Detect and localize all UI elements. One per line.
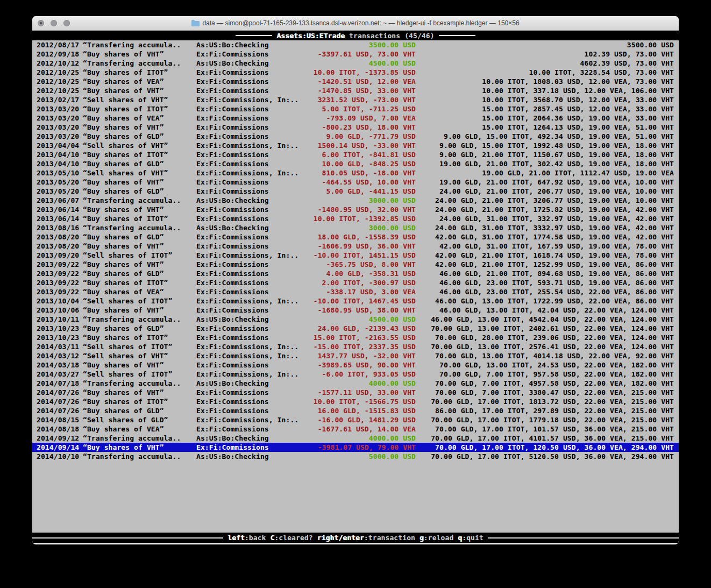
table-row[interactable]: 2013/10/23“Buy shares of GLD”Ex:Fi:Commi… [32, 324, 679, 333]
footer-rule-right [488, 537, 679, 539]
register-change: 5.00 ITOT, -711.25 USD [322, 104, 416, 114]
register-balance: 24.00 GLD, 21.00 ITOT, 206.77 USD, 19.00… [439, 187, 674, 196]
table-row[interactable]: 2014/07/26“Buy shares of GLD”Ex:Fi:Commi… [32, 406, 679, 415]
register-change: 4500.00 USD [369, 59, 416, 68]
register-description: “Buy shares of VHT” [83, 49, 164, 59]
table-row[interactable]: 2013/06/14“Buy shares of VHT”Ex:Fi:Commi… [32, 205, 679, 214]
register-description: “Buy shares of GLD” [83, 232, 164, 242]
register-account: Ex:Fi:Commissions, In:.. [196, 351, 298, 360]
table-row[interactable]: 2013/08/20“Buy shares of GLD”Ex:Fi:Commi… [32, 232, 679, 242]
table-row[interactable]: 2014/09/12“Transfering accumula..As:US:B… [32, 434, 679, 443]
register-date: 2013/08/16 [37, 223, 79, 232]
table-row[interactable]: 2014/03/11“Sell shares of ITOT”Ex:Fi:Com… [32, 342, 679, 351]
zoom-button[interactable] [63, 20, 70, 26]
table-row[interactable]: 2013/08/16“Transfering accumula..As:US:B… [32, 223, 679, 232]
register-account: Ex:Fi:Commissions [196, 424, 269, 434]
table-row[interactable]: 2013/05/10“Sell shares of VHT”Ex:Fi:Comm… [32, 168, 679, 178]
table-row[interactable]: 2013/09/22“Buy shares of GLD”Ex:Fi:Commi… [32, 269, 679, 278]
table-row[interactable]: 2014/03/27“Sell shares of ITOT”Ex:Fi:Com… [32, 370, 679, 379]
register-account: Ex:Fi:Commissions, In:.. [196, 415, 298, 424]
table-row[interactable]: 2013/04/10“Buy shares of GLD”Ex:Fi:Commi… [32, 159, 679, 168]
table-row[interactable]: 2013/04/04“Sell shares of VHT”Ex:Fi:Comm… [32, 141, 679, 150]
register-balance: 42.00 GLD, 21.00 ITOT, 1618.74 USD, 19.0… [435, 251, 674, 260]
table-row[interactable]: 2013/03/20“Buy shares of VHT”Ex:Fi:Commi… [32, 123, 679, 132]
register-description: “Buy shares of ITOT” [83, 397, 168, 406]
register-balance: 70.00 GLD, 17.00 ITOT, 120.50 USD, 36.00… [435, 443, 674, 452]
table-row[interactable]: 2014/08/18“Buy shares of VEA”Ex:Fi:Commi… [32, 424, 679, 434]
table-row[interactable]: 2014/03/12“Sell shares of VHT”Ex:Fi:Comm… [32, 351, 679, 360]
register-change: 6.00 ITOT, -841.81 USD [322, 150, 416, 159]
register-change: -800.23 USD, 18.00 VHT [322, 123, 416, 132]
register-date: 2013/09/22 [37, 269, 79, 278]
register-date: 2014/07/18 [37, 379, 79, 388]
register-account: As:US:Bo:Checking [196, 196, 269, 205]
table-row[interactable]: 2014/09/14“Buy shares of VHT”Ex:Fi:Commi… [32, 443, 679, 452]
table-row[interactable]: 2013/09/22“Buy shares of ITOT”Ex:Fi:Comm… [32, 278, 679, 287]
register-balance: 10.00 ITOT, 1808.03 USD, 12.00 VEA, 73.0… [482, 77, 674, 86]
register-date: 2014/03/18 [37, 360, 79, 370]
register-description: “Buy shares of GLD” [83, 269, 164, 278]
table-row[interactable]: 2013/10/23“Buy shares of ITOT”Ex:Fi:Comm… [32, 333, 679, 342]
register-date: 2013/09/22 [37, 278, 79, 287]
register-date: 2013/06/07 [37, 196, 79, 205]
table-row[interactable]: 2014/07/26“Buy shares of ITOT”Ex:Fi:Comm… [32, 397, 679, 406]
table-row[interactable]: 2013/10/06“Buy shares of VHT”Ex:Fi:Commi… [32, 306, 679, 315]
table-row[interactable]: 2013/05/20“Buy shares of VHT”Ex:Fi:Commi… [32, 178, 679, 187]
register-account: Ex:Fi:Commissions [196, 260, 269, 269]
table-row[interactable]: 2013/06/07“Transfering accumula..As:US:B… [32, 196, 679, 205]
table-row[interactable]: 2012/08/17“Transfering accumula..As:US:B… [32, 40, 679, 49]
table-row[interactable]: 2013/02/17“Sell shares of VHT”Ex:Fi:Comm… [32, 95, 679, 104]
table-row[interactable]: 2014/08/15“Sell shares of GLD”Ex:Fi:Comm… [32, 415, 679, 424]
header-rule-left [236, 35, 272, 36]
table-row[interactable]: 2013/10/11“Transfering accumula..As:US:B… [32, 315, 679, 324]
register-account: Ex:Fi:Commissions [196, 159, 269, 168]
table-row[interactable]: 2013/04/10“Buy shares of ITOT”Ex:Fi:Comm… [32, 150, 679, 159]
table-row[interactable]: 2013/08/20“Buy shares of VHT”Ex:Fi:Commi… [32, 242, 679, 251]
register-date: 2014/09/12 [37, 434, 79, 443]
register-balance: 70.00 GLD, 7.00 ITOT, 957.58 USD, 22.00 … [439, 370, 674, 379]
table-row[interactable]: 2014/07/18“Transfering accumula..As:US:B… [32, 379, 679, 388]
register-change: -365.75 USD, 8.00 VHT [326, 260, 416, 269]
register-change: 1437.77 USD, -32.00 VHT [318, 351, 416, 360]
register-change: -793.09 USD, 7.00 VEA [326, 114, 416, 123]
close-button[interactable] [38, 20, 44, 26]
register-change: 2.00 ITOT, -300.97 USD [322, 278, 416, 287]
table-row[interactable]: 2013/03/20“Buy shares of VEA”Ex:Fi:Commi… [32, 114, 679, 123]
register-account: Ex:Fi:Commissions [196, 123, 269, 132]
register-change: 5000.00 USD [369, 452, 416, 461]
table-row[interactable]: 2013/10/04“Sell shares of ITOT”Ex:Fi:Com… [32, 296, 679, 306]
table-row[interactable]: 2013/05/20“Buy shares of GLD”Ex:Fi:Commi… [32, 187, 679, 196]
table-row[interactable]: 2012/10/12“Transfering accumula..As:US:B… [32, 59, 679, 68]
register-balance: 70.00 GLD, 17.00 ITOT, 1779.18 USD, 22.0… [431, 415, 674, 424]
register-date: 2013/02/17 [37, 95, 79, 104]
table-row[interactable]: 2013/03/20“Buy shares of GLD”Ex:Fi:Commi… [32, 132, 679, 141]
register-date: 2013/10/06 [37, 306, 79, 315]
register-change: -338.17 USD, 3.00 VEA [326, 287, 416, 296]
register-change: -1480.95 USD, 32.00 VHT [318, 205, 416, 214]
table-row[interactable]: 2012/10/25“Buy shares of VEA”Ex:Fi:Commi… [32, 77, 679, 86]
table-row[interactable]: 2013/06/14“Buy shares of ITOT”Ex:Fi:Comm… [32, 214, 679, 223]
key-help-bar: left:back C:cleared? right/enter:transac… [32, 533, 679, 543]
minimize-button[interactable] [51, 20, 57, 26]
register-change: -1606.99 USD, 36.00 VHT [318, 242, 416, 251]
register-account: As:US:Bo:Checking [196, 379, 269, 388]
register-account: Ex:Fi:Commissions [196, 68, 269, 77]
table-row[interactable]: 2014/07/26“Buy shares of VHT”Ex:Fi:Commi… [32, 388, 679, 397]
register-description: “Transfering accumula.. [83, 379, 181, 388]
table-row[interactable]: 2013/09/20“Sell shares of ITOT”Ex:Fi:Com… [32, 251, 679, 260]
register-account: Ex:Fi:Commissions [196, 150, 269, 159]
table-row[interactable]: 2012/10/25“Buy shares of VHT”Ex:Fi:Commi… [32, 86, 679, 95]
register-balance: 46.00 GLD, 21.00 ITOT, 894.68 USD, 19.00… [439, 269, 674, 278]
table-row[interactable]: 2013/03/20“Buy shares of ITOT”Ex:Fi:Comm… [32, 104, 679, 114]
terminal-window: data — simon@pool-71-165-239-133.lsanca.… [32, 16, 679, 544]
register-balance: 70.00 GLD, 7.00 ITOT, 3380.47 USD, 22.00… [435, 388, 674, 397]
table-row[interactable]: 2014/03/18“Buy shares of VHT”Ex:Fi:Commi… [32, 360, 679, 370]
register-description: “Buy shares of GLD” [83, 406, 164, 415]
table-row[interactable]: 2013/09/22“Buy shares of VHT”Ex:Fi:Commi… [32, 260, 679, 269]
register-date: 2014/07/26 [37, 397, 79, 406]
table-row[interactable]: 2013/09/22“Buy shares of VEA”Ex:Fi:Commi… [32, 287, 679, 296]
table-row[interactable]: 2014/10/10“Transfering accumula..As:US:B… [32, 452, 679, 461]
register-change: -1420.51 USD, 12.00 VEA [318, 77, 416, 86]
table-row[interactable]: 2012/09/18“Buy shares of VHT”Ex:Fi:Commi… [32, 49, 679, 59]
table-row[interactable]: 2012/10/25“Buy shares of ITOT”Ex:Fi:Comm… [32, 68, 679, 77]
